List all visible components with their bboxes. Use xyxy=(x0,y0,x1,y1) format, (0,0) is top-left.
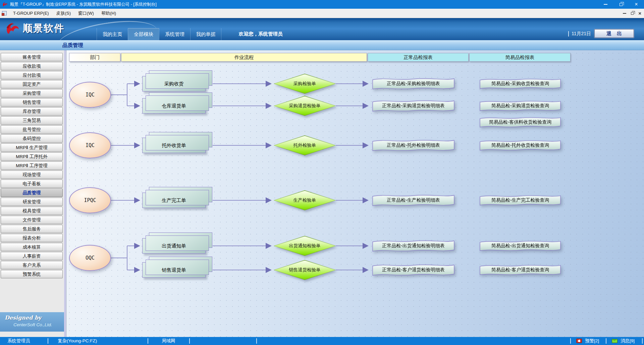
report-label: 简易品检-客供料收货检验查询 xyxy=(478,116,562,129)
sidebar-item-13[interactable]: 现场管理 xyxy=(1,170,63,179)
designed-by-panel: Designed by CenterSoft Co.,Ltd. xyxy=(0,312,64,332)
normal-report-production[interactable]: 正常品检-生产检验明细表 xyxy=(371,193,456,208)
inspection-sales-return[interactable]: 销售退货检验单 xyxy=(274,260,336,280)
sidebar-item-9[interactable]: 条码管控 xyxy=(1,134,63,143)
simple-report-outsource-receipt[interactable]: 简易品检-托外收货检验查询 xyxy=(478,139,562,152)
simple-report-purchase-receipt[interactable]: 简易品检-采购收货检验查询 xyxy=(478,77,562,90)
sidebar-item-1[interactable]: 应收款项 xyxy=(1,62,63,70)
sidebar-item-15[interactable]: 品质管理 xyxy=(1,189,63,197)
sidebar-item-2[interactable]: 应付款项 xyxy=(1,71,63,79)
simple-report-customer-supplied[interactable]: 简易品检-客供料收货检验查询 xyxy=(478,116,562,129)
sidebar-item-16[interactable]: 研发管理 xyxy=(1,198,63,206)
sidebar-item-14[interactable]: 电子看板 xyxy=(1,180,63,188)
status-separator xyxy=(570,338,571,344)
simple-report-shipping-notice[interactable]: 简易品检-出货通知检验查询 xyxy=(478,239,562,253)
minimize-icon xyxy=(623,13,626,14)
menu-item-1[interactable]: 皮肤(S) xyxy=(53,10,74,17)
exit-button[interactable]: 退 出 xyxy=(594,29,634,38)
report-label: 正常品检-采购退货检验明细表 xyxy=(371,98,456,113)
nav-tab-3[interactable]: 我的单据 xyxy=(190,28,221,40)
sidebar-item-19[interactable]: 售后服务 xyxy=(1,225,63,233)
normal-report-shipping[interactable]: 正常品检-出货通知检验明细表 xyxy=(371,238,456,253)
inspection-shipping[interactable]: 出货通知检验单 xyxy=(274,236,336,256)
simple-report-production-complete[interactable]: 简易品检-生产完工检验查询 xyxy=(478,194,562,207)
normal-report-outsource[interactable]: 正常品检-托外检验明细表 xyxy=(371,138,456,153)
doc-warehouse-return[interactable]: 仓库退货单 xyxy=(142,98,206,114)
sidebar-item-3[interactable]: 固定资产 xyxy=(1,80,63,88)
mdi-close-button[interactable]: × xyxy=(638,10,641,16)
restore-icon xyxy=(620,3,623,6)
inspection-production[interactable]: 生产检验单 xyxy=(274,190,336,210)
sidebar-item-6[interactable]: 库存管理 xyxy=(1,107,63,116)
diamond-shape: 出货通知检验单 xyxy=(274,236,336,256)
sidebar-item-10[interactable]: MRPⅡ 生产管理 xyxy=(1,143,63,152)
sidebar-item-12[interactable]: MRPⅡ 工序管理 xyxy=(1,161,63,170)
menu-item-2[interactable]: 窗口(W) xyxy=(74,10,98,17)
nav-tab-1[interactable]: 全部模块 xyxy=(128,28,159,40)
report-label: 正常品检-采购检验明细表 xyxy=(371,76,456,91)
doc-purchase-receipt[interactable]: 采购收货 xyxy=(142,76,206,91)
dept-ellipse-iqc-2: IQC xyxy=(69,132,111,158)
nav-tab-2[interactable]: 系统管理 xyxy=(159,28,190,40)
simple-report-customer-return[interactable]: 简易品检-客户退货检验查询 xyxy=(478,263,562,277)
minimize-button[interactable] xyxy=(598,0,613,9)
report-label: 简易品检-客户退货检验查询 xyxy=(478,263,562,277)
dept-ellipse-ipqc: IPQC xyxy=(69,187,111,213)
status-network: 局域网 xyxy=(162,338,175,344)
module-sidebar: 账务管理应收款项应付款项固定资产采购管理销售管理库存管理三角贸易批号管控条码管控… xyxy=(0,50,66,337)
status-workstation: 复杂(Young-PC:FZ) xyxy=(58,338,97,344)
sidebar-item-20[interactable]: 报表分析 xyxy=(1,234,63,242)
sidebar-item-24[interactable]: 预警系统 xyxy=(1,270,63,278)
sidebar-item-17[interactable]: 模具管理 xyxy=(1,207,63,215)
diamond-label: 采购退货检验单 xyxy=(274,96,335,116)
window-controls: × xyxy=(598,0,644,9)
sidebar-item-8[interactable]: 批号管控 xyxy=(1,125,63,134)
report-label: 简易品检-采购收货检验查询 xyxy=(478,77,562,90)
mdi-minimize-button[interactable] xyxy=(623,13,626,14)
menu-items: T-GROUP ERP(E)皮肤(S)窗口(W)帮助(H) xyxy=(9,10,120,17)
normal-report-customer-return[interactable]: 正常品检-客户退货检验明细表 xyxy=(371,263,456,277)
inspection-purchase[interactable]: 采购检验单 xyxy=(274,74,336,94)
diamond-shape: 托外检验单 xyxy=(274,135,336,155)
diamond-label: 托外检验单 xyxy=(274,136,335,155)
sidebar-item-5[interactable]: 销售管理 xyxy=(1,98,63,107)
report-label: 简易品检-采购退货检验查询 xyxy=(478,99,562,113)
doc-sales-return[interactable]: 销售退货单 xyxy=(142,262,206,278)
window-title: 顺景『T-GROUP』制造业ERP系统 - 东莞顺景软件科技有限公司 - [系统… xyxy=(10,2,157,7)
sidebar-item-0[interactable]: 账务管理 xyxy=(1,53,63,61)
diamond-shape: 生产检验单 xyxy=(274,190,336,210)
dept-ellipse-oqc: OQC xyxy=(69,245,111,271)
status-alerts[interactable]: 预警[2] xyxy=(585,338,599,344)
sidebar-item-11[interactable]: MRPⅡ 工序托外 xyxy=(1,152,63,161)
status-separator xyxy=(189,338,190,344)
mdi-restore-button[interactable] xyxy=(631,12,634,15)
restore-button[interactable] xyxy=(613,0,629,9)
sidebar-item-23[interactable]: 客户关系 xyxy=(1,261,63,269)
inspection-outsource[interactable]: 托外检验单 xyxy=(274,135,336,155)
sidebar-item-7[interactable]: 三角贸易 xyxy=(1,116,63,125)
simple-report-purchase-return[interactable]: 简易品检-采购退货检验查询 xyxy=(478,99,562,113)
doc-shipping-notice[interactable]: 出货通知单 xyxy=(142,238,206,254)
status-messages[interactable]: 消息[9] xyxy=(621,338,635,344)
diamond-shape: 销售退货检验单 xyxy=(274,260,336,280)
normal-report-purchase-return[interactable]: 正常品检-采购退货检验明细表 xyxy=(371,98,456,113)
message-icon xyxy=(612,339,618,343)
menu-item-3[interactable]: 帮助(H) xyxy=(98,10,120,17)
sidebar-item-4[interactable]: 采购管理 xyxy=(1,89,63,97)
banner: 顺景软件 我的主页全部模块系统管理我的单据 欢迎您，系统管理员 11月21日 退… xyxy=(0,18,644,40)
nav-tab-0[interactable]: 我的主页 xyxy=(97,28,128,40)
page-title-strip: 品质管理 xyxy=(0,40,644,50)
normal-report-purchase[interactable]: 正常品检-采购检验明细表 xyxy=(371,76,456,91)
inspection-purchase-return[interactable]: 采购退货检验单 xyxy=(274,96,336,116)
doc-production-complete[interactable]: 生产完工单 xyxy=(142,193,206,208)
close-button[interactable]: × xyxy=(629,0,644,9)
sidebar-item-22[interactable]: 人事薪资 xyxy=(1,252,63,260)
close-icon: × xyxy=(638,10,641,16)
report-label: 简易品检-生产完工检验查询 xyxy=(478,194,562,207)
date-display: 11月21日 xyxy=(568,31,591,37)
mdi-window-controls: × xyxy=(623,9,641,18)
sidebar-item-18[interactable]: 文件管理 xyxy=(1,216,63,224)
sidebar-item-21[interactable]: 成本核算 xyxy=(1,243,63,251)
doc-outsource-receipt[interactable]: 托外收货单 xyxy=(142,138,206,153)
menu-item-0[interactable]: T-GROUP ERP(E) xyxy=(9,10,53,17)
